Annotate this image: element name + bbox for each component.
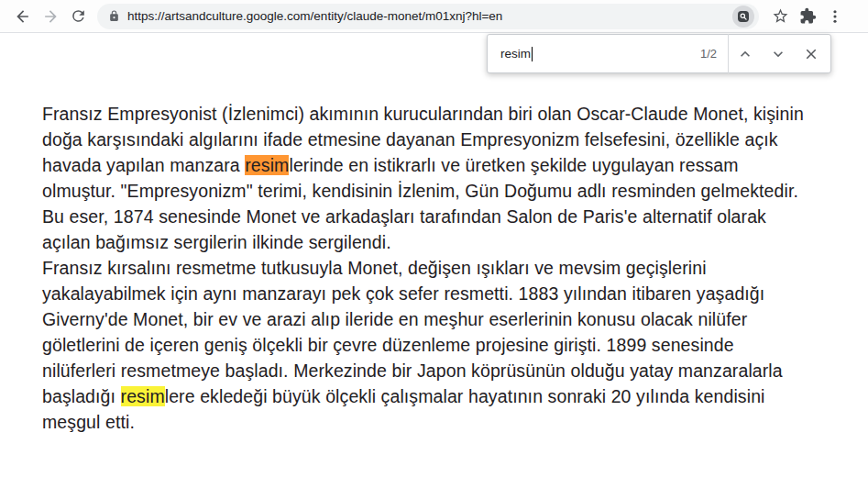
- match-counter: 1/2: [695, 47, 728, 61]
- browser-menu-button[interactable]: [821, 3, 849, 30]
- star-icon: [772, 7, 789, 25]
- text-segment: Fransız Empresyonist (İzlenimci) akımını…: [42, 104, 804, 124]
- text-segment: lere ekledeği büyük ölçekli çalışmalar h…: [165, 386, 765, 406]
- text-segment: lerinde en istikrarlı ve üretken şekilde…: [289, 155, 738, 175]
- text-line: göletlerini de içeren geniş ölçekli bir …: [42, 332, 853, 358]
- text-segment: yakalayabilmek için aynı manzarayı pek ç…: [42, 283, 764, 304]
- text-line: doğa karşısındaki algılarını ifade etmes…: [42, 127, 853, 152]
- search-image-button[interactable]: [732, 6, 754, 28]
- find-bar-divider: [728, 34, 729, 73]
- text-line: Giverny'de Monet, bir ev ve arazi alıp i…: [42, 306, 853, 332]
- browser-toolbar: https://artsandculture.google.com/entity…: [0, 0, 868, 33]
- text-segment: doğa karşısındaki algılarını ifade etmes…: [42, 129, 778, 150]
- text-line: yakalayabilmek için aynı manzarayı pek ç…: [42, 281, 853, 306]
- text-line: Fransız Empresyonist (İzlenimci) akımını…: [42, 101, 853, 127]
- text-line: meşgul etti.: [42, 409, 853, 435]
- lock-icon[interactable]: [108, 10, 120, 22]
- text-line: Bu eser, 1874 senesinde Monet ve arkadaş…: [42, 204, 853, 229]
- text-line: olmuştur. "Empresyonizm" terimi, kendisi…: [42, 178, 853, 204]
- text-segment: Bu eser, 1874 senesinde Monet ve arkadaş…: [42, 206, 766, 227]
- chevron-down-icon: [769, 45, 787, 63]
- browser-window: https://artsandculture.google.com/entity…: [0, 0, 868, 488]
- extensions-puzzle-icon: [799, 7, 817, 25]
- text-line: başladığı resimlere ekledeği büyük ölçek…: [42, 383, 853, 409]
- reload-button[interactable]: [64, 3, 92, 30]
- close-icon: [803, 46, 819, 62]
- kebab-menu-icon: [827, 8, 843, 25]
- text-line: nilüferleri resmetmeye başladı. Merkezin…: [42, 358, 853, 383]
- text-cursor: [532, 47, 533, 61]
- text-segment: başladığı: [42, 386, 121, 406]
- search-highlight-match: resim: [121, 386, 165, 406]
- previous-match-button[interactable]: [730, 39, 761, 70]
- extensions-button[interactable]: [794, 3, 821, 30]
- reload-icon: [70, 7, 87, 25]
- text-line: havada yapılan manzara resimlerinde en i…: [42, 152, 853, 178]
- search-image-icon: [736, 9, 751, 24]
- next-match-button[interactable]: [763, 39, 794, 70]
- forward-button[interactable]: [37, 3, 64, 30]
- url-text: https://artsandculture.google.com/entity…: [127, 9, 732, 23]
- find-bar: resim 1/2: [487, 34, 831, 73]
- text-segment: meşgul etti.: [42, 412, 135, 432]
- text-segment: nilüferleri resmetmeye başladı. Merkezin…: [42, 360, 783, 381]
- text-segment: göletlerini de içeren geniş ölçekli bir …: [42, 335, 734, 355]
- forward-arrow-icon: [41, 7, 60, 26]
- article-text: Fransız Empresyonist (İzlenimci) akımını…: [42, 101, 853, 435]
- text-line: açılan bağımsız sergilerin ilkinde sergi…: [42, 229, 853, 255]
- chevron-up-icon: [736, 45, 754, 63]
- search-highlight-active: resim: [245, 155, 289, 175]
- text-line: Fransız kırsalını resmetme tutkusuyla Mo…: [42, 255, 853, 281]
- text-segment: havada yapılan manzara: [42, 155, 245, 175]
- text-segment: Fransız kırsalını resmetme tutkusuyla Mo…: [42, 258, 707, 278]
- text-segment: olmuştur. "Empresyonizm" terimi, kendisi…: [42, 181, 798, 201]
- find-input[interactable]: resim: [488, 35, 695, 72]
- back-button[interactable]: [9, 3, 37, 30]
- bookmark-button[interactable]: [766, 3, 794, 30]
- text-segment: açılan bağımsız sergilerin ilkinde sergi…: [42, 232, 391, 252]
- text-segment: Giverny'de Monet, bir ev ve arazi alıp i…: [42, 309, 747, 329]
- address-bar[interactable]: https://artsandculture.google.com/entity…: [97, 4, 759, 29]
- close-find-bar-button[interactable]: [796, 39, 827, 70]
- back-arrow-icon: [14, 7, 32, 26]
- find-query-text: resim: [500, 47, 531, 61]
